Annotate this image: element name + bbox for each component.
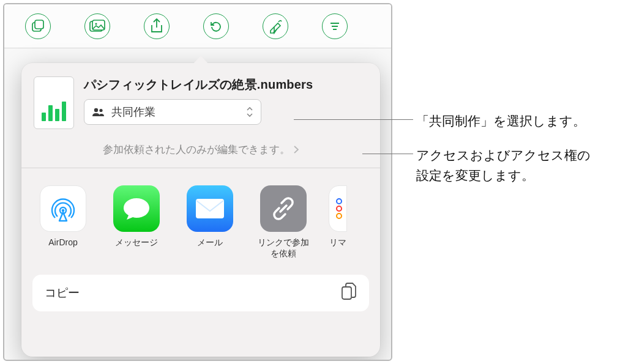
copy-icon — [341, 283, 357, 304]
media-button[interactable] — [84, 13, 110, 39]
share-app-airdrop[interactable]: AirDrop — [35, 185, 91, 259]
chevron-right-icon — [294, 146, 299, 154]
mail-icon — [187, 185, 233, 232]
callout-line — [294, 119, 413, 120]
svg-rect-3 — [92, 20, 105, 30]
copy-action[interactable]: コピー — [32, 275, 369, 311]
svg-point-11 — [62, 209, 65, 212]
collaboration-select[interactable]: 共同作業 — [84, 99, 261, 125]
svg-point-9 — [99, 109, 102, 112]
share-button[interactable] — [144, 13, 170, 39]
svg-point-13 — [337, 199, 342, 204]
copy-action-label: コピー — [45, 285, 80, 301]
share-app-reminders[interactable]: リマ — [329, 185, 347, 259]
app-label: リマ — [329, 237, 346, 248]
app-frame: パシフィックトレイルズの絶景.numbers 共同作業 — [3, 3, 392, 361]
callout-permission: アクセスおよびアクセス権の 設定を変更します。 — [416, 146, 591, 185]
share-popover: パシフィックトレイルズの絶景.numbers 共同作業 — [21, 63, 380, 357]
callout-collab: 「共同制作」を選択します。 — [416, 111, 586, 132]
file-title: パシフィックトレイルズの絶景.numbers — [84, 76, 368, 93]
share-app-mail[interactable]: メール — [182, 185, 238, 259]
messages-icon — [113, 185, 160, 232]
share-apps-row: AirDrop メッセージ メール — [21, 168, 380, 265]
app-label: メール — [197, 237, 223, 248]
airdrop-icon — [40, 185, 86, 232]
reminders-icon — [329, 185, 347, 232]
svg-point-8 — [94, 108, 98, 112]
link-icon — [260, 185, 307, 232]
share-app-messages[interactable]: メッセージ — [108, 185, 165, 259]
permission-text: 参加依頼された人のみが編集できます。 — [103, 143, 290, 157]
svg-rect-1 — [35, 20, 43, 29]
document-icon — [34, 76, 74, 129]
callout-line — [362, 154, 413, 154]
permission-row[interactable]: 参加依頼された人のみが編集できます。 — [21, 143, 380, 168]
more-button[interactable] — [322, 13, 348, 39]
app-label: リンクで参加 を依頼 — [258, 237, 309, 259]
share-app-link-invite[interactable]: リンクで参加 を依頼 — [255, 185, 312, 259]
app-label: メッセージ — [115, 237, 158, 248]
format-button[interactable] — [263, 13, 288, 39]
people-icon — [92, 107, 105, 117]
svg-point-4 — [95, 23, 97, 24]
popover-arrow-icon — [193, 56, 209, 64]
undo-button[interactable] — [203, 13, 229, 39]
svg-rect-12 — [196, 199, 224, 218]
toolbar — [4, 4, 391, 48]
collab-select-label: 共同作業 — [111, 105, 155, 119]
svg-point-14 — [337, 206, 342, 211]
new-doc-button[interactable] — [25, 13, 51, 39]
app-label: AirDrop — [48, 237, 77, 248]
svg-rect-16 — [342, 287, 351, 299]
chevron-up-down-icon — [246, 106, 253, 117]
svg-point-15 — [337, 214, 342, 218]
